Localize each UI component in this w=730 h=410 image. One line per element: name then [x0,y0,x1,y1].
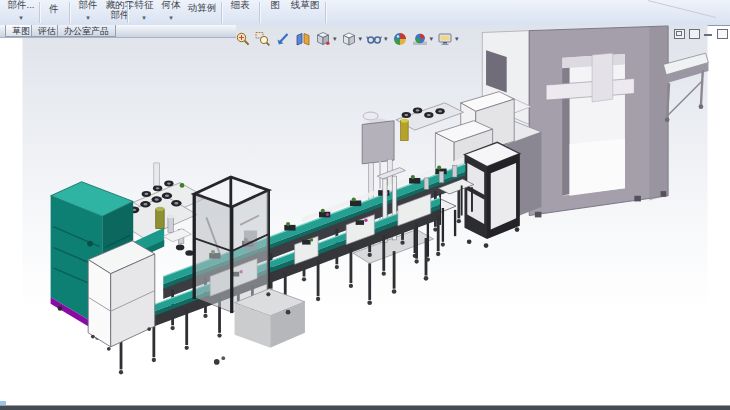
command-manager-tabstrip: 草图 评估 办公室产品 [0,25,236,38]
restore-window-icon[interactable] [674,29,685,39]
view-settings-icon[interactable] [436,30,454,48]
ribbon-separator [259,2,260,23]
chevron-down-icon[interactable]: ▾ [131,13,157,23]
previous-view-icon[interactable] [274,30,292,48]
tab-office-products[interactable]: 办公室产品 [57,25,116,37]
ribbon-separator [325,2,326,23]
view-orientation-icon[interactable] [314,30,332,48]
ribbon-item-exploded-view[interactable]: 图 [266,0,284,10]
maximize-window-icon[interactable] [689,29,700,39]
minimize-window-icon[interactable] [704,29,713,37]
section-view-icon[interactable] [294,30,312,48]
chevron-down-icon[interactable]: ▾ [158,13,184,23]
chevron-down-icon[interactable]: ▾ [359,35,363,43]
chevron-down-icon[interactable]: ▾ [430,35,434,43]
ribbon-item-insert-component[interactable]: 部件...▾ [3,0,39,10]
chevron-down-icon[interactable]: ▾ [455,35,459,43]
chevron-down-icon[interactable]: ▾ [384,35,388,43]
ribbon-item-move-component[interactable]: 部件▾ [74,0,102,10]
chevron-down-icon[interactable]: ▾ [74,13,102,23]
ribbon-artifact-line [648,0,716,18]
document-window-controls [674,29,728,39]
ribbon-item-motion-study[interactable]: 动算例 [184,3,220,13]
ribbon-item-bill-of-materials[interactable]: 细表 [226,0,254,10]
edit-appearance-icon[interactable] [391,30,409,48]
ribbon-item-mate[interactable]: 件 [44,4,64,14]
ribbon-separator [69,2,70,23]
acrylic-guard-tower[interactable] [194,177,268,313]
heads-up-view-toolbar: ▾ ▾ ▾ ▾ ▾ [234,29,460,49]
ribbon-item-assembly-features[interactable]: 特征▾ [131,0,157,10]
command-manager-ribbon: 部件...▾ 件 部件▾ 藏的零部件 特征▾ 何体▾ 动算例 细表 图 线草图 [0,0,730,26]
display-style-icon[interactable] [340,30,358,48]
zoom-to-area-icon[interactable] [254,30,272,48]
close-window-icon[interactable] [717,29,728,39]
solidworks-window: { "window": {"width": 730, "height": 410… [0,0,730,410]
window-bottom-edge [0,406,730,410]
chevron-down-icon[interactable]: ▾ [3,13,39,23]
assembly-3d-scene[interactable] [0,25,730,406]
ribbon-separator [127,2,128,23]
apply-scene-icon[interactable] [411,30,429,48]
ribbon-separator [221,2,222,23]
chevron-down-icon[interactable]: ▾ [333,35,337,43]
hide-show-items-icon[interactable] [365,30,383,48]
zoom-to-fit-icon[interactable] [234,30,252,48]
ribbon-item-explode-line-sketch[interactable]: 线草图 [287,0,323,10]
ribbon-item-reference-geometry[interactable]: 何体▾ [158,0,184,10]
ribbon-separator [39,2,40,23]
graphics-area[interactable]: ▾ ▾ ▾ ▾ ▾ [0,25,730,406]
